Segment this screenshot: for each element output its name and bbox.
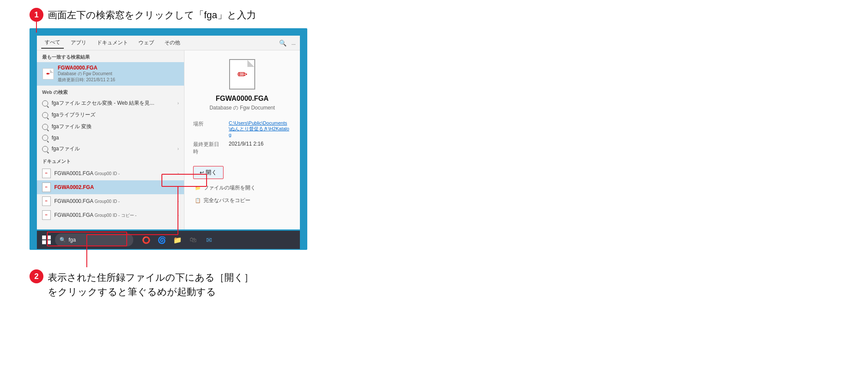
doc-icon-0: ✏ (42, 169, 51, 178)
taskbar-app-edge[interactable]: 🌀 (155, 233, 169, 247)
doc-item-1[interactable]: ✏ FGWA0002.FGA › (37, 180, 184, 194)
doc-section-label: ドキュメント (37, 155, 184, 166)
action-buttons: ↩ 開く 📁 ファイルの場所を開く 📋 完全なパスをコピー (193, 166, 291, 208)
web-item-text-0: fgaファイル エクセル変換 - Web 結果を見... (52, 100, 154, 107)
windows-screenshot: すべて アプリ ドキュメント ウェブ その他 🔍 ... 最も一致する検索結果 … (30, 28, 307, 250)
fga-file-icon: ✏ (43, 68, 54, 80)
store-icon: 🛍 (190, 236, 197, 244)
windows-button[interactable] (40, 234, 53, 246)
preview-icon-large (229, 59, 255, 90)
web-item-text-1: fgaライブラリーズ (52, 111, 95, 119)
doc-chevron-1: › (178, 185, 179, 190)
nav-more-icon[interactable]: ... (292, 40, 296, 46)
web-item-text-4: fgaファイル (52, 145, 80, 153)
top-section-label: 最も一致する検索結果 (37, 50, 184, 62)
doc-icon-2: ✏ (42, 196, 51, 206)
taskbar: 🔍 fga ⭕ 🌀 📁 🛍 ✉ (37, 231, 300, 249)
web-item-4[interactable]: fgaファイル › (37, 143, 184, 155)
doc-item-2[interactable]: ✏ FGWA0000.FGA Group00 ID - › (37, 194, 184, 208)
open-icon: ↩ (200, 169, 204, 176)
top-result-sub2: 最終更新日時: 2021/8/11 2:16 (58, 77, 179, 83)
taskbar-search-bar[interactable]: 🔍 fga (55, 233, 133, 246)
doc-title-2: FGWA0000.FGA Group00 ID - (54, 198, 174, 204)
taskbar-app-files[interactable]: 📁 (171, 233, 184, 247)
cortana-icon: ⭕ (142, 236, 151, 244)
folder-icon: 📁 (195, 185, 201, 191)
right-panel: FGWA0000.FGA Database の Fgw Document 場所 … (184, 50, 300, 229)
doc-title-3: FGWA0001.FGA Group00 ID - コピー - (54, 212, 174, 219)
copy-icon: 📋 (195, 198, 201, 203)
web-item-text-2: fgaファイル 変換 (52, 123, 92, 130)
top-result-icon: ✏ (42, 68, 54, 80)
taskbar-app-mail[interactable]: ✉ (202, 233, 216, 247)
step2-text: 表示された住所録ファイルの下にある［開く］ をクリックすると筆ぐるめが起動する (48, 270, 253, 299)
doc-chevron-3: › (178, 213, 179, 218)
windows-logo (42, 236, 51, 244)
nav-tab-all[interactable]: すべて (41, 37, 64, 49)
doc-sub-0: Group00 ID - (95, 171, 120, 176)
nav-tab-web[interactable]: ウェブ (135, 37, 158, 48)
taskbar-app-store[interactable]: 🛍 (186, 233, 200, 247)
open-location-action[interactable]: 📁 ファイルの場所を開く (193, 182, 291, 193)
web-arrow-0: › (178, 101, 179, 106)
top-result-title: FGWA0000.FGA (58, 65, 179, 71)
doc-chevron-0: › (178, 171, 179, 176)
web-search-icon-0 (42, 100, 48, 106)
files-icon: 📁 (173, 236, 182, 244)
inner-window: すべて アプリ ドキュメント ウェブ その他 🔍 ... 最も一致する検索結果 … (37, 36, 300, 229)
nav-tab-doc[interactable]: ドキュメント (93, 37, 132, 48)
taskbar-search-icon: 🔍 (59, 237, 66, 243)
web-item-3[interactable]: fga (37, 133, 184, 143)
left-panel: 最も一致する検索結果 ✏ FGWA0000.FGA Database の Fgw… (37, 50, 184, 229)
web-item-2[interactable]: fgaファイル 変換 (37, 121, 184, 133)
web-search-icon-1 (42, 112, 48, 118)
top-result-sub1: Database の Fgw Document (58, 71, 179, 77)
taskbar-search-text: fga (69, 237, 76, 243)
open-button[interactable]: ↩ 開く (193, 166, 224, 179)
web-search-icon-4 (42, 146, 48, 152)
date-label: 最終更新日時 (193, 141, 224, 156)
doc-title-1: FGWA0002.FGA (54, 184, 174, 190)
doc-chevron-2: › (178, 199, 179, 204)
nav-tab-app[interactable]: アプリ (67, 37, 90, 48)
web-arrow-4: › (178, 146, 179, 151)
doc-icon-1: ✏ (42, 182, 51, 192)
web-item-text-3: fga (52, 135, 59, 141)
copy-path-action[interactable]: 📋 完全なパスをコピー (193, 195, 291, 206)
mail-icon: ✉ (206, 236, 212, 244)
web-item-1[interactable]: fgaライブラリーズ (37, 109, 184, 121)
web-item-0[interactable]: fgaファイル エクセル変換 - Web 結果を見... › (37, 97, 184, 109)
step2-circle: 2 (30, 269, 43, 283)
doc-sub-3: Group00 ID - コピー - (95, 213, 137, 218)
detail-row-location: 場所 C:\Users\Public\Documents\ぬんとり督促るき\H2… (193, 120, 291, 137)
location-value: C:\Users\Public\Documents\ぬんとり督促るき\H2Kat… (229, 120, 291, 137)
nav-search-icon[interactable]: 🔍 (279, 40, 286, 46)
nav-more: 🔍 ... (279, 40, 296, 46)
doc-item-0[interactable]: ✏ FGWA0001.FGA Group00 ID - › (37, 166, 184, 180)
step1-circle: 1 (30, 8, 43, 22)
doc-icon-3: ✏ (42, 210, 51, 220)
doc-item-3[interactable]: ✏ FGWA0001.FGA Group00 ID - コピー - › (37, 208, 184, 222)
top-result-item[interactable]: ✏ FGWA0000.FGA Database の Fgw Document 最… (37, 62, 184, 86)
taskbar-app-cortana[interactable]: ⭕ (139, 233, 153, 247)
step1-text: 画面左下の検索窓をクリックして「fga」と入力 (48, 9, 256, 22)
taskbar-apps: ⭕ 🌀 📁 🛍 ✉ (139, 233, 216, 247)
web-search-icon-3 (42, 135, 48, 141)
detail-row-date: 最終更新日時 2021/9/11 2:16 (193, 141, 291, 156)
web-section-label: Web の検索 (37, 86, 184, 97)
preview-filename: FGWA0000.FGA (216, 95, 269, 103)
doc-sub-2: Group00 ID - (95, 199, 120, 204)
edge-icon: 🌀 (158, 236, 166, 244)
preview-details: 場所 C:\Users\Public\Documents\ぬんとり督促るき\H2… (193, 120, 291, 159)
date-value: 2021/9/11 2:16 (229, 141, 263, 156)
nav-tab-other[interactable]: その他 (161, 37, 184, 48)
location-label: 場所 (193, 120, 224, 137)
top-result-text: FGWA0000.FGA Database の Fgw Document 最終更… (58, 65, 179, 83)
doc-title-0: FGWA0001.FGA Group00 ID - (54, 170, 174, 176)
nav-bar: すべて アプリ ドキュメント ウェブ その他 🔍 ... (37, 36, 300, 50)
preview-type: Database の Fgw Document (210, 104, 275, 112)
web-search-icon-2 (42, 124, 48, 130)
